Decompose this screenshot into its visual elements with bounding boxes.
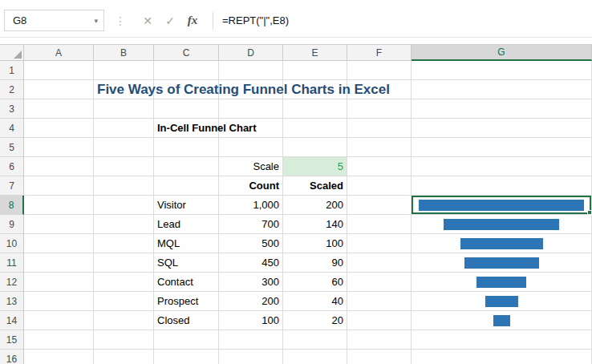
cell-F15[interactable] [347,330,412,350]
cell-B3[interactable] [94,99,154,119]
cell-B11[interactable] [94,253,154,273]
cell-D11[interactable]: 450 [219,253,283,273]
row-header-5[interactable]: 5 [0,138,24,157]
column-header-C[interactable]: C [154,45,219,61]
column-header-E[interactable]: E [283,45,347,61]
cell-G12[interactable] [412,273,592,292]
cell-F9[interactable] [347,215,412,234]
column-header-A[interactable]: A [24,45,94,61]
enter-icon[interactable]: ✓ [159,14,181,27]
cell-A10[interactable] [24,234,94,253]
cell-A5[interactable] [24,138,94,157]
cell-A11[interactable] [24,253,94,273]
cell-A2[interactable] [24,80,94,99]
cell-G15[interactable] [412,330,592,350]
cell-D16[interactable] [219,350,283,364]
cell-D1[interactable] [219,61,283,80]
cell-D13[interactable]: 200 [219,292,283,311]
cell-D5[interactable] [219,138,283,157]
cell-C4[interactable]: In-Cell Funnel Chart [154,119,219,138]
cell-G6[interactable] [412,157,592,176]
cell-C10[interactable]: MQL [154,234,219,253]
cancel-icon[interactable]: ✕ [136,14,159,27]
cell-F10[interactable] [347,234,412,253]
row-header-16[interactable]: 16 [0,350,24,364]
insert-function-icon[interactable]: fx [181,14,204,27]
cell-A16[interactable] [24,350,94,364]
cell-E12[interactable]: 60 [283,273,347,292]
cell-C13[interactable]: Prospect [154,292,219,311]
cell-E10[interactable]: 100 [283,234,347,253]
cell-C15[interactable] [154,330,219,350]
cell-G7[interactable] [412,176,592,196]
row-header-4[interactable]: 4 [0,119,24,138]
row-header-13[interactable]: 13 [0,292,24,311]
cell-C7[interactable] [154,176,219,196]
row-header-1[interactable]: 1 [0,61,24,80]
cell-F16[interactable] [347,350,412,364]
cell-B5[interactable] [94,138,154,157]
cell-E14[interactable]: 20 [283,311,347,330]
select-all-corner[interactable] [0,45,24,61]
cell-B2[interactable]: Five Ways of Creating Funnel Charts in E… [94,80,154,99]
cell-B16[interactable] [94,350,154,364]
cell-G8[interactable] [412,196,592,215]
cell-B4[interactable] [94,119,154,138]
cell-A15[interactable] [24,330,94,350]
cell-D7[interactable]: Count [219,176,283,196]
cell-G14[interactable] [412,311,592,330]
row-header-9[interactable]: 9 [0,215,24,234]
cell-B12[interactable] [94,273,154,292]
cell-F14[interactable] [347,311,412,330]
column-header-D[interactable]: D [219,45,283,61]
cell-G11[interactable] [412,253,592,273]
cell-E1[interactable] [283,61,347,80]
name-box[interactable]: G8 ▾ [4,10,104,31]
cell-E3[interactable] [283,99,347,119]
cell-E8[interactable]: 200 [283,196,347,215]
fill-handle[interactable] [587,210,592,215]
cell-F4[interactable] [347,119,412,138]
cell-E15[interactable] [283,330,347,350]
row-header-8[interactable]: 8 [0,196,24,215]
cell-F12[interactable] [347,273,412,292]
cell-D8[interactable]: 1,000 [219,196,283,215]
cell-C3[interactable] [154,99,219,119]
name-box-dropdown-icon[interactable]: ▾ [94,17,98,25]
cell-D6[interactable]: Scale [219,157,283,176]
cell-F6[interactable] [347,157,412,176]
cell-C8[interactable]: Visitor [154,196,219,215]
cell-C11[interactable]: SQL [154,253,219,273]
cell-A13[interactable] [24,292,94,311]
cell-C9[interactable]: Lead [154,215,219,234]
cell-G3[interactable] [412,99,592,119]
column-header-F[interactable]: F [347,45,412,61]
cell-B13[interactable] [94,292,154,311]
cell-G10[interactable] [412,234,592,253]
row-header-6[interactable]: 6 [0,157,24,176]
formula-input[interactable]: =REPT("|",E8) [222,14,289,26]
cell-B6[interactable] [94,157,154,176]
cell-D3[interactable] [219,99,283,119]
cell-A3[interactable] [24,99,94,119]
row-header-10[interactable]: 10 [0,234,24,253]
cell-B1[interactable] [94,61,154,80]
cell-E9[interactable]: 140 [283,215,347,234]
cell-F3[interactable] [347,99,412,119]
cell-C12[interactable]: Contact [154,273,219,292]
column-header-B[interactable]: B [94,45,154,61]
cell-C6[interactable] [154,157,219,176]
cell-A12[interactable] [24,273,94,292]
cell-G1[interactable] [412,61,592,80]
cell-C14[interactable]: Closed [154,311,219,330]
row-header-12[interactable]: 12 [0,273,24,292]
cell-B7[interactable] [94,176,154,196]
row-header-3[interactable]: 3 [0,99,24,119]
cell-D15[interactable] [219,330,283,350]
cell-B14[interactable] [94,311,154,330]
row-header-15[interactable]: 15 [0,330,24,350]
cell-A7[interactable] [24,176,94,196]
cell-C16[interactable] [154,350,219,364]
row-header-2[interactable]: 2 [0,80,24,99]
cell-G2[interactable] [412,80,592,99]
